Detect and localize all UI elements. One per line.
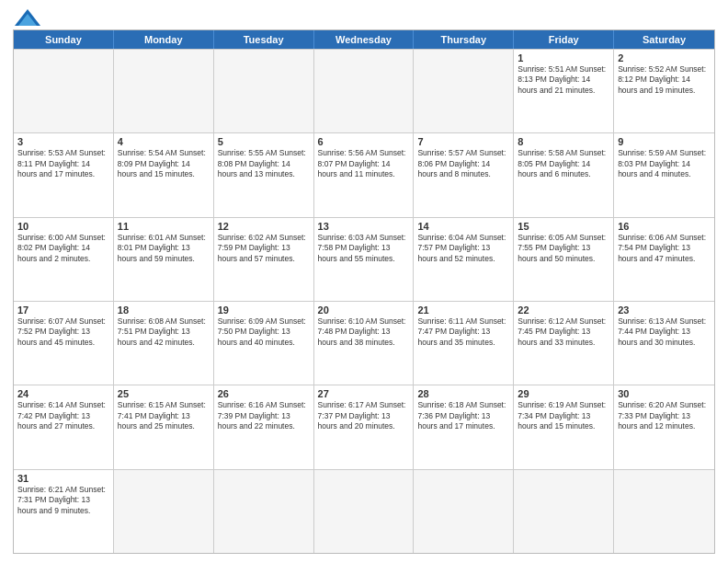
day-info: Sunrise: 6:18 AM Sunset: 7:36 PM Dayligh… xyxy=(417,400,509,431)
day-number: 19 xyxy=(218,304,310,316)
day-number: 20 xyxy=(318,304,410,316)
day-info: Sunrise: 5:54 AM Sunset: 8:09 PM Dayligh… xyxy=(118,148,210,179)
day-info: Sunrise: 6:15 AM Sunset: 7:41 PM Dayligh… xyxy=(118,400,210,431)
day-info: Sunrise: 6:12 AM Sunset: 7:45 PM Dayligh… xyxy=(518,316,609,348)
calendar-cell: 23Sunrise: 6:13 AM Sunset: 7:44 PM Dayli… xyxy=(614,302,714,385)
calendar-cell: 5Sunrise: 5:55 AM Sunset: 8:08 PM Daylig… xyxy=(214,133,314,216)
calendar-cell: 4Sunrise: 5:54 AM Sunset: 8:09 PM Daylig… xyxy=(114,133,214,216)
day-number: 26 xyxy=(218,388,310,399)
day-number: 12 xyxy=(218,221,310,232)
weekday-header: Thursday xyxy=(414,30,514,49)
day-number: 24 xyxy=(17,388,109,399)
day-number: 23 xyxy=(618,304,711,316)
day-info: Sunrise: 6:08 AM Sunset: 7:51 PM Dayligh… xyxy=(118,316,210,348)
day-number: 28 xyxy=(417,388,509,399)
calendar-cell: 10Sunrise: 6:00 AM Sunset: 8:02 PM Dayli… xyxy=(14,218,114,301)
header xyxy=(13,9,715,26)
day-number: 2 xyxy=(618,52,711,63)
day-number: 5 xyxy=(218,136,310,147)
logo-area xyxy=(13,9,40,26)
weekday-header: Monday xyxy=(114,30,214,49)
calendar-body: 1Sunrise: 5:51 AM Sunset: 8:13 PM Daylig… xyxy=(14,49,714,553)
calendar-cell xyxy=(14,50,114,132)
calendar-cell: 31Sunrise: 6:21 AM Sunset: 7:31 PM Dayli… xyxy=(14,470,114,553)
day-info: Sunrise: 6:10 AM Sunset: 7:48 PM Dayligh… xyxy=(318,316,410,348)
calendar-row: 10Sunrise: 6:00 AM Sunset: 8:02 PM Dayli… xyxy=(14,217,714,301)
day-info: Sunrise: 5:52 AM Sunset: 8:12 PM Dayligh… xyxy=(618,64,711,96)
calendar-row: 17Sunrise: 6:07 AM Sunset: 7:52 PM Dayli… xyxy=(14,301,714,385)
day-info: Sunrise: 6:19 AM Sunset: 7:34 PM Dayligh… xyxy=(518,400,609,431)
day-number: 11 xyxy=(118,221,210,232)
day-info: Sunrise: 5:57 AM Sunset: 8:06 PM Dayligh… xyxy=(417,148,509,179)
day-info: Sunrise: 5:58 AM Sunset: 8:05 PM Dayligh… xyxy=(518,148,609,179)
calendar-cell: 17Sunrise: 6:07 AM Sunset: 7:52 PM Dayli… xyxy=(14,302,114,385)
day-number: 30 xyxy=(618,388,711,399)
day-number: 4 xyxy=(118,136,210,147)
day-info: Sunrise: 6:09 AM Sunset: 7:50 PM Dayligh… xyxy=(218,316,310,348)
day-number: 13 xyxy=(318,221,410,232)
day-info: Sunrise: 5:53 AM Sunset: 8:11 PM Dayligh… xyxy=(17,148,109,179)
day-number: 16 xyxy=(618,221,711,232)
calendar-row: 24Sunrise: 6:14 AM Sunset: 7:42 PM Dayli… xyxy=(14,385,714,468)
day-number: 3 xyxy=(17,136,109,147)
weekday-header: Saturday xyxy=(614,30,714,49)
calendar-cell: 15Sunrise: 6:05 AM Sunset: 7:55 PM Dayli… xyxy=(514,218,614,301)
calendar-cell xyxy=(414,50,514,132)
calendar-cell: 16Sunrise: 6:06 AM Sunset: 7:54 PM Dayli… xyxy=(614,218,714,301)
calendar-cell: 22Sunrise: 6:12 AM Sunset: 7:45 PM Dayli… xyxy=(514,302,614,385)
calendar-cell: 20Sunrise: 6:10 AM Sunset: 7:48 PM Dayli… xyxy=(314,302,415,385)
day-info: Sunrise: 6:13 AM Sunset: 7:44 PM Dayligh… xyxy=(618,316,711,348)
day-number: 9 xyxy=(618,136,711,147)
page: SundayMondayTuesdayWednesdayThursdayFrid… xyxy=(0,0,728,563)
calendar-cell: 18Sunrise: 6:08 AM Sunset: 7:51 PM Dayli… xyxy=(114,302,214,385)
calendar-header: SundayMondayTuesdayWednesdayThursdayFrid… xyxy=(14,30,714,49)
day-info: Sunrise: 6:06 AM Sunset: 7:54 PM Dayligh… xyxy=(618,233,711,264)
calendar-cell: 19Sunrise: 6:09 AM Sunset: 7:50 PM Dayli… xyxy=(214,302,314,385)
day-info: Sunrise: 6:04 AM Sunset: 7:57 PM Dayligh… xyxy=(417,233,509,264)
day-info: Sunrise: 5:59 AM Sunset: 8:03 PM Dayligh… xyxy=(618,148,711,179)
day-number: 27 xyxy=(318,388,410,399)
weekday-header: Friday xyxy=(514,30,614,49)
calendar-cell: 11Sunrise: 6:01 AM Sunset: 8:01 PM Dayli… xyxy=(114,218,214,301)
calendar-cell xyxy=(214,470,314,553)
day-number: 22 xyxy=(518,304,609,316)
day-info: Sunrise: 6:14 AM Sunset: 7:42 PM Dayligh… xyxy=(17,400,109,431)
calendar-cell xyxy=(114,50,214,132)
day-number: 17 xyxy=(17,304,109,316)
day-info: Sunrise: 6:01 AM Sunset: 8:01 PM Dayligh… xyxy=(118,233,210,264)
day-number: 6 xyxy=(318,136,410,147)
day-number: 25 xyxy=(118,388,210,399)
calendar-cell: 14Sunrise: 6:04 AM Sunset: 7:57 PM Dayli… xyxy=(414,218,514,301)
calendar-cell: 6Sunrise: 5:56 AM Sunset: 8:07 PM Daylig… xyxy=(314,133,415,216)
day-info: Sunrise: 6:00 AM Sunset: 8:02 PM Dayligh… xyxy=(17,233,109,264)
calendar-cell: 3Sunrise: 5:53 AM Sunset: 8:11 PM Daylig… xyxy=(14,133,114,216)
day-number: 21 xyxy=(417,304,509,316)
day-number: 29 xyxy=(518,388,609,399)
calendar-row: 31Sunrise: 6:21 AM Sunset: 7:31 PM Dayli… xyxy=(14,469,714,553)
calendar-row: 1Sunrise: 5:51 AM Sunset: 8:13 PM Daylig… xyxy=(14,49,714,132)
calendar-cell: 12Sunrise: 6:02 AM Sunset: 7:59 PM Dayli… xyxy=(214,218,314,301)
day-number: 31 xyxy=(17,473,109,484)
calendar-cell: 7Sunrise: 5:57 AM Sunset: 8:06 PM Daylig… xyxy=(414,133,514,216)
day-info: Sunrise: 6:21 AM Sunset: 7:31 PM Dayligh… xyxy=(17,485,109,516)
calendar-cell: 2Sunrise: 5:52 AM Sunset: 8:12 PM Daylig… xyxy=(614,50,714,132)
calendar-cell: 9Sunrise: 5:59 AM Sunset: 8:03 PM Daylig… xyxy=(614,133,714,216)
calendar-cell xyxy=(314,470,415,553)
day-info: Sunrise: 6:07 AM Sunset: 7:52 PM Dayligh… xyxy=(17,316,109,348)
calendar-cell xyxy=(614,470,714,553)
day-info: Sunrise: 5:51 AM Sunset: 8:13 PM Dayligh… xyxy=(518,64,609,96)
calendar-cell: 27Sunrise: 6:17 AM Sunset: 7:37 PM Dayli… xyxy=(314,385,415,468)
day-number: 8 xyxy=(518,136,609,147)
day-number: 1 xyxy=(518,52,609,63)
calendar-cell: 30Sunrise: 6:20 AM Sunset: 7:33 PM Dayli… xyxy=(614,385,714,468)
day-info: Sunrise: 6:16 AM Sunset: 7:39 PM Dayligh… xyxy=(218,400,310,431)
day-info: Sunrise: 5:55 AM Sunset: 8:08 PM Dayligh… xyxy=(218,148,310,179)
calendar-cell: 24Sunrise: 6:14 AM Sunset: 7:42 PM Dayli… xyxy=(14,385,114,468)
weekday-header: Sunday xyxy=(14,30,114,49)
day-info: Sunrise: 6:17 AM Sunset: 7:37 PM Dayligh… xyxy=(318,400,410,431)
calendar-row: 3Sunrise: 5:53 AM Sunset: 8:11 PM Daylig… xyxy=(14,132,714,216)
calendar-cell xyxy=(214,50,314,132)
calendar-cell: 26Sunrise: 6:16 AM Sunset: 7:39 PM Dayli… xyxy=(214,385,314,468)
day-info: Sunrise: 6:05 AM Sunset: 7:55 PM Dayligh… xyxy=(518,233,609,264)
calendar-cell: 29Sunrise: 6:19 AM Sunset: 7:34 PM Dayli… xyxy=(514,385,614,468)
